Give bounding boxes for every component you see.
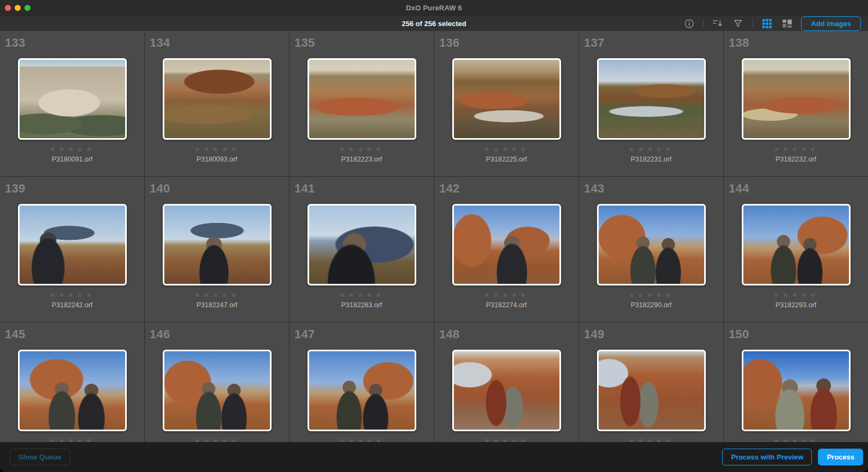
photo-cell[interactable]: 150 ★★★★★ [724,322,868,442]
photo-image [163,350,272,431]
photo-index-label: 143 [584,182,605,196]
star-rating[interactable]: ★★★★★ [434,437,578,442]
photo-filename: P3182290.orf [579,301,723,309]
photo-filename: P3180091.orf [0,156,144,163]
toolbar-separator [703,19,704,28]
star-rating[interactable]: ★★★★★ [290,291,434,299]
app-window: DxO PureRAW 6 256 of 256 selected [0,0,868,472]
photo-image [742,204,851,285]
photo-image [163,204,272,285]
photo-image [307,350,416,431]
photo-image [18,350,127,431]
star-rating[interactable]: ★★★★★ [145,437,289,442]
photo-thumbnail[interactable] [18,350,127,431]
info-icon[interactable] [683,17,695,29]
photo-filename: P3182223.orf [290,156,434,163]
photo-index-label: 142 [439,182,460,196]
photo-thumbnail[interactable] [163,58,272,140]
filter-icon[interactable] [732,17,744,29]
star-rating[interactable]: ★★★★★ [724,145,868,153]
add-images-button[interactable]: Add images [801,16,861,31]
star-rating[interactable]: ★★★★★ [579,145,723,153]
photo-filename: P3182274.orf [434,301,578,309]
photo-cell[interactable]: 138 ★★★★★ P3182232.orf [724,31,868,176]
photo-image [597,58,706,140]
process-button[interactable]: Process [818,449,863,465]
grid-view-icon[interactable] [761,17,773,29]
photo-thumbnail[interactable] [307,350,416,431]
photo-index-label: 150 [729,327,749,341]
photo-thumbnail[interactable] [452,204,561,285]
photo-thumbnail[interactable] [18,204,127,285]
photo-cell[interactable]: 148 ★★★★★ [434,322,578,442]
photo-filename: P3182293.orf [724,301,868,309]
star-rating[interactable]: ★★★★★ [290,437,434,442]
star-rating[interactable]: ★★★★★ [579,437,723,442]
mosaic-view-icon[interactable] [781,17,793,29]
star-rating[interactable]: ★★★★★ [0,291,144,299]
photo-image [18,58,127,140]
sort-icon[interactable] [712,17,724,29]
photo-image [307,58,416,140]
photo-index-label: 139 [5,182,26,196]
photo-image [18,204,127,285]
photo-cell[interactable]: 139 ★★★★★ P3182242.orf [0,177,144,322]
photo-index-label: 137 [584,36,605,50]
photo-cell[interactable]: 135 ★★★★★ P3182223.orf [290,31,434,176]
star-rating[interactable]: ★★★★★ [724,437,868,442]
photo-thumbnail[interactable] [18,58,127,140]
photo-filename: P3182232.orf [724,156,868,163]
photo-grid: 133 ★★★★★ P3180091.orf 134 ★★★★★ P318009… [0,31,868,442]
photo-cell[interactable]: 134 ★★★★★ P3180093.orf [145,31,289,176]
photo-cell[interactable]: 144 ★★★★★ P3182293.orf [724,177,868,322]
photo-cell[interactable]: 137 ★★★★★ P3182231.orf [579,31,723,176]
toolbar-controls: Add images [683,16,861,31]
photo-index-label: 136 [439,36,460,50]
star-rating[interactable]: ★★★★★ [434,145,578,153]
photo-thumbnail[interactable] [163,204,272,285]
photo-cell[interactable]: 149 ★★★★★ [579,322,723,442]
photo-cell[interactable]: 140 ★★★★★ P3182247.orf [145,177,289,322]
photo-cell[interactable]: 136 ★★★★★ P3182225.orf [434,31,578,176]
window-title: DxO PureRAW 6 [0,4,868,12]
photo-cell[interactable]: 145 ★★★★★ [0,322,144,442]
photo-thumbnail[interactable] [742,350,851,431]
photo-image [307,204,416,285]
star-rating[interactable]: ★★★★★ [434,291,578,299]
photo-thumbnail[interactable] [452,58,561,140]
footer-bar: Show Queue Process with Preview Process [0,442,868,472]
photo-index-label: 147 [294,327,315,341]
photo-thumbnail[interactable] [163,350,272,431]
photo-thumbnail[interactable] [597,350,706,431]
photo-index-label: 141 [294,182,315,196]
photo-cell[interactable]: 147 ★★★★★ [290,322,434,442]
photo-cell[interactable]: 146 ★★★★★ [145,322,289,442]
star-rating[interactable]: ★★★★★ [145,145,289,153]
photo-thumbnail[interactable] [597,58,706,140]
photo-thumbnail[interactable] [307,204,416,285]
star-rating[interactable]: ★★★★★ [145,291,289,299]
star-rating[interactable]: ★★★★★ [0,145,144,153]
photo-image [163,58,272,140]
photo-thumbnail[interactable] [742,58,851,140]
photo-cell[interactable]: 141 ★★★★★ P3182263.orf [290,177,434,322]
photo-thumbnail[interactable] [742,204,851,285]
photo-thumbnail[interactable] [597,204,706,285]
photo-thumbnail[interactable] [307,58,416,140]
show-queue-button[interactable]: Show Queue [10,449,70,465]
photo-filename: P3180093.orf [145,156,289,163]
photo-index-label: 145 [5,327,26,341]
star-rating[interactable]: ★★★★★ [724,291,868,299]
photo-image [597,350,706,431]
process-with-preview-button[interactable]: Process with Preview [722,449,812,465]
photo-thumbnail[interactable] [452,350,561,431]
photo-cell[interactable]: 143 ★★★★★ P3182290.orf [579,177,723,322]
star-rating[interactable]: ★★★★★ [0,437,144,442]
photo-cell[interactable]: 133 ★★★★★ P3180091.orf [0,31,144,176]
photo-index-label: 138 [729,36,749,50]
photo-cell[interactable]: 142 ★★★★★ P3182274.orf [434,177,578,322]
photo-filename: P3182263.orf [290,301,434,309]
star-rating[interactable]: ★★★★★ [290,145,434,153]
photo-filename: P3182242.orf [0,301,144,309]
star-rating[interactable]: ★★★★★ [579,291,723,299]
